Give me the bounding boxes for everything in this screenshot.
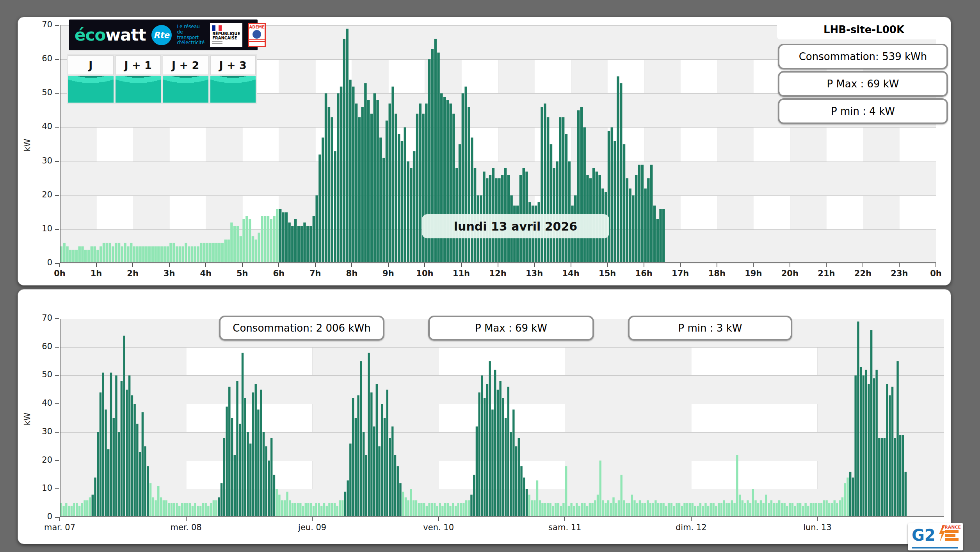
bar (573, 506, 575, 517)
bar (486, 384, 488, 517)
bar (413, 151, 416, 263)
x-tick-label: mar. 07 (36, 523, 83, 532)
bar (168, 503, 170, 517)
bar (452, 503, 454, 517)
bar (364, 83, 367, 263)
bar (697, 506, 699, 517)
bar (355, 418, 357, 518)
bar (169, 243, 172, 263)
x-axis-tick (424, 263, 425, 267)
bar (415, 500, 417, 517)
bar (671, 503, 672, 517)
bar (520, 466, 522, 517)
bar (828, 503, 830, 517)
bar (265, 446, 267, 517)
bar (673, 506, 675, 517)
bar (547, 503, 549, 517)
bar (252, 392, 254, 517)
y-axis-tick (55, 517, 59, 518)
bar (804, 503, 806, 517)
bar (839, 500, 841, 517)
bar (512, 410, 514, 517)
bar (81, 246, 84, 263)
bar (339, 500, 341, 517)
bar (221, 483, 222, 517)
bar (325, 93, 327, 263)
x-axis-tick (498, 263, 498, 267)
bar (783, 503, 785, 517)
bar (63, 243, 66, 263)
bar (370, 114, 373, 263)
bar (103, 243, 105, 263)
y-axis-line (60, 25, 60, 263)
x-axis-tick (132, 263, 133, 267)
bar (570, 503, 572, 517)
x-axis-tick (936, 263, 936, 267)
bar (389, 103, 391, 263)
bar (610, 503, 612, 517)
bar (602, 500, 604, 517)
bar (452, 114, 455, 263)
bar (431, 503, 433, 517)
bar (615, 503, 617, 517)
bar (502, 398, 504, 517)
g2e-e-icon (945, 530, 959, 542)
bar (315, 503, 317, 517)
bar (221, 243, 224, 263)
bar (264, 216, 267, 263)
bar (210, 503, 212, 517)
x-axis-line (60, 262, 936, 263)
bar (638, 165, 641, 263)
bar (294, 503, 296, 517)
bar (655, 500, 656, 517)
bar (594, 500, 596, 517)
bar (494, 370, 496, 517)
bar (213, 500, 215, 517)
bar (550, 144, 553, 263)
bar (289, 500, 291, 517)
bar (305, 503, 307, 517)
y-axis-tick (55, 263, 59, 264)
bar (157, 486, 159, 517)
bar (807, 506, 809, 517)
bar (102, 373, 104, 517)
bar (612, 497, 614, 517)
x-axis-tick (96, 263, 97, 267)
daily-pmax-stat: P Max : 69 kW (778, 71, 948, 97)
bar (441, 506, 443, 517)
bar (608, 131, 610, 263)
bar (459, 144, 461, 263)
y-axis-tick (55, 318, 59, 319)
bar (665, 506, 667, 517)
bar (631, 495, 633, 517)
bar (476, 426, 478, 517)
bar (218, 497, 220, 517)
bar (781, 503, 783, 517)
bar (154, 246, 157, 263)
bar (726, 503, 727, 517)
bar (234, 455, 236, 517)
bar (510, 432, 512, 517)
bar (310, 503, 312, 517)
bar (344, 492, 346, 517)
bar (402, 492, 404, 517)
bar (258, 233, 260, 263)
bar (334, 151, 336, 263)
x-axis-tick (315, 263, 316, 267)
x-axis-tick (59, 517, 60, 521)
bar (577, 110, 580, 263)
g2e-tagline-bar (912, 547, 958, 548)
bar (581, 503, 583, 517)
bar (407, 500, 409, 517)
bar (144, 446, 146, 517)
bar (794, 506, 796, 517)
bar (791, 503, 793, 517)
bar (710, 503, 712, 517)
bar (728, 503, 730, 517)
bar (557, 503, 559, 517)
bar (644, 503, 646, 517)
bar (902, 435, 904, 517)
bar (133, 246, 136, 263)
bar (142, 246, 145, 263)
bar (224, 240, 227, 263)
